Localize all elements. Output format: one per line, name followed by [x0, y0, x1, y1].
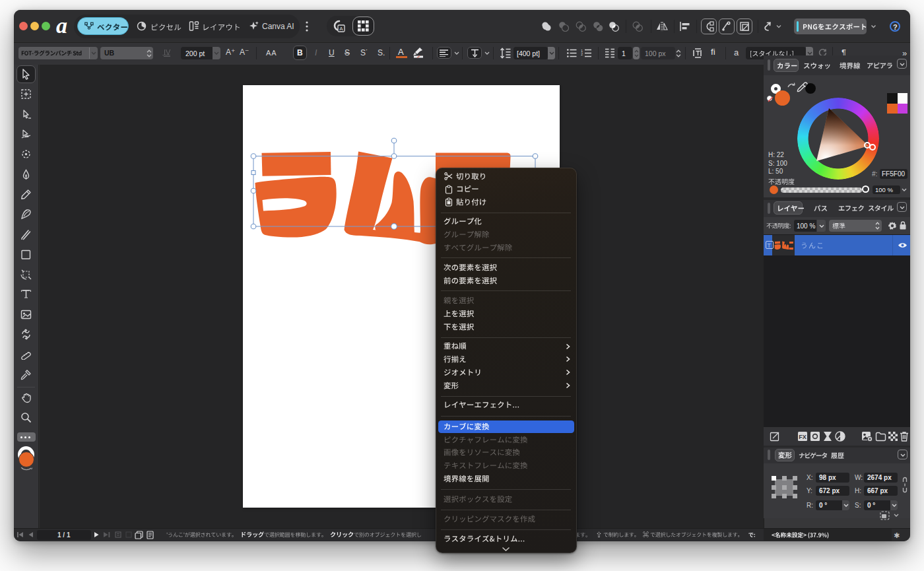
svg-text:FX: FX [799, 434, 807, 440]
